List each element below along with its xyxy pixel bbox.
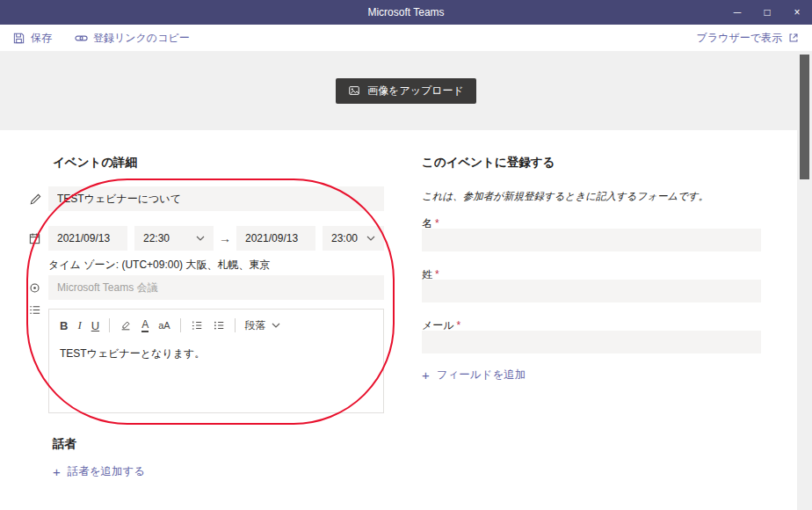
agenda-list-icon — [27, 302, 41, 317]
toolbar-separator — [235, 318, 236, 332]
image-icon — [348, 84, 360, 97]
start-date-value: 2021/09/13 — [57, 232, 110, 244]
first-name-label-text: 名 — [422, 217, 432, 230]
window-title: Microsoft Teams — [0, 0, 812, 25]
plus-icon: + — [422, 368, 430, 382]
add-field-label: フィールドを追加 — [437, 368, 526, 382]
cover-image-banner: 画像をアップロード — [0, 51, 812, 130]
scrollbar[interactable] — [797, 51, 812, 510]
save-button[interactable]: 保存 — [12, 31, 52, 46]
close-icon: × — [794, 6, 800, 18]
highlight-button[interactable] — [120, 319, 132, 332]
location-input[interactable] — [48, 275, 384, 300]
required-mark: * — [435, 268, 439, 280]
open-external-icon — [787, 32, 800, 44]
italic-button[interactable]: I — [77, 318, 81, 332]
last-name-input[interactable] — [422, 280, 761, 302]
pencil-icon — [28, 192, 42, 206]
font-color-button[interactable]: A — [141, 319, 149, 332]
end-time-value: 23:00 — [331, 232, 358, 244]
minimize-icon: ─ — [734, 6, 742, 18]
chevron-down-icon — [272, 323, 280, 328]
email-label-text: メール — [422, 319, 454, 332]
event-description-text[interactable]: TESTウェビナーとなります。 — [49, 341, 383, 367]
save-label: 保存 — [31, 31, 52, 46]
font-size-button[interactable]: aA — [158, 320, 170, 331]
add-field-button[interactable]: + フィールドを追加 — [422, 368, 526, 382]
required-mark: * — [435, 217, 439, 230]
add-speaker-label: 話者を追加する — [68, 464, 145, 479]
start-date-picker[interactable]: 2021/09/13 — [48, 226, 127, 251]
event-title-input[interactable] — [48, 186, 384, 211]
paragraph-style-dropdown[interactable]: 段落 — [245, 318, 280, 333]
maximize-icon: □ — [764, 6, 770, 18]
arrow-right-icon: → — [217, 226, 233, 251]
upload-image-button[interactable]: 画像をアップロード — [336, 78, 476, 104]
link-icon — [75, 32, 88, 45]
first-name-input[interactable] — [422, 229, 761, 251]
timezone-label: タイム ゾーン: (UTC+09:00) 大阪、札幌、東京 — [48, 258, 270, 273]
speakers-heading: 話者 — [53, 436, 76, 452]
paragraph-style-label: 段落 — [245, 318, 266, 333]
add-speaker-button[interactable]: + 話者を追加する — [53, 464, 145, 479]
event-details-heading: イベントの詳細 — [53, 155, 137, 171]
end-date-picker[interactable]: 2021/09/13 — [236, 226, 315, 251]
chevron-down-icon — [196, 236, 205, 241]
copy-registration-link-label: 登録リンクのコピー — [93, 31, 190, 46]
save-icon — [12, 32, 25, 45]
numbered-list-button[interactable] — [191, 319, 203, 332]
start-time-value: 22:30 — [143, 232, 170, 244]
registration-heading: このイベントに登録する — [422, 155, 555, 171]
chevron-down-icon — [366, 236, 375, 241]
close-button[interactable]: × — [782, 0, 812, 25]
end-time-dropdown[interactable]: 23:00 — [323, 226, 384, 251]
description-editor: B I U A aA 段落 — [48, 309, 384, 413]
view-in-browser-label: ブラウザーで表示 — [697, 31, 782, 46]
copy-registration-link-button[interactable]: 登録リンクのコピー — [75, 31, 190, 46]
location-icon — [27, 280, 41, 295]
window-controls: ─ □ × — [722, 0, 812, 25]
toolbar-separator — [109, 318, 110, 332]
upload-image-label: 画像をアップロード — [367, 84, 464, 98]
start-time-dropdown[interactable]: 22:30 — [134, 226, 214, 251]
scrollbar-thumb[interactable] — [800, 55, 809, 179]
email-input[interactable] — [422, 331, 761, 353]
last-name-label-text: 姓 — [422, 268, 432, 280]
calendar-icon — [27, 231, 41, 245]
registration-description: これは、参加者が新規登録するときに記入するフォームです。 — [422, 190, 761, 203]
end-date-value: 2021/09/13 — [245, 232, 298, 244]
bold-button[interactable]: B — [60, 319, 68, 332]
toolbar-separator — [180, 318, 181, 332]
maximize-button[interactable]: □ — [752, 0, 782, 25]
required-mark: * — [457, 319, 461, 332]
view-in-browser-button[interactable]: ブラウザーで表示 — [697, 31, 800, 46]
bulleted-list-button[interactable] — [213, 319, 225, 332]
command-bar: 保存 登録リンクのコピー ブラウザーで表示 — [0, 25, 812, 51]
titlebar: Microsoft Teams ─ □ × — [0, 0, 812, 25]
editor-toolbar: B I U A aA 段落 — [49, 310, 383, 341]
minimize-button[interactable]: ─ — [722, 0, 752, 25]
underline-button[interactable]: U — [91, 319, 99, 332]
plus-icon: + — [53, 465, 61, 478]
